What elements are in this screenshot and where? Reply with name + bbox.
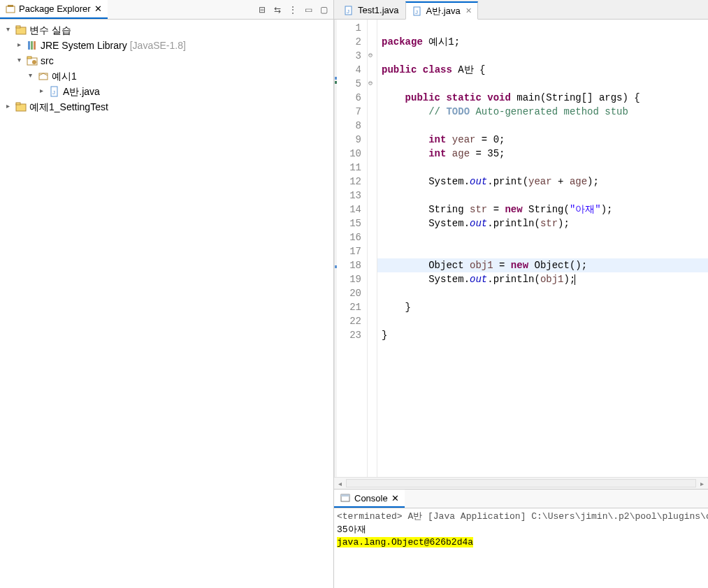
link-editor-icon[interactable]: ⇆ [272, 4, 283, 15]
twisty-right-icon[interactable]: ▸ [14, 37, 24, 52]
package-label: 예시1 [52, 68, 77, 84]
project-node[interactable]: ▸ 예제1_SettingTest [0, 99, 333, 115]
svg-rect-1 [8, 5, 13, 7]
fold-gutter[interactable]: ⊖ ⊖ [368, 20, 377, 477]
library-icon [27, 40, 38, 51]
src-label: src [41, 53, 54, 68]
package-node[interactable]: ▾ 예시1 [0, 68, 333, 84]
scroll-track[interactable] [346, 479, 696, 487]
console-body[interactable]: <terminated> A반 [Java Application] C:\Us… [334, 508, 708, 588]
svg-rect-6 [34, 41, 36, 50]
view-menu-icon[interactable]: ⋮ [287, 4, 298, 15]
src-node[interactable]: ▾ src [0, 53, 333, 68]
collapse-all-icon[interactable]: ⊟ [257, 4, 268, 15]
editor-area: J Test1.java J A반.java ✕ 1 2 3 4 5 6 7 8… [334, 0, 708, 489]
java-file-icon: J [343, 5, 354, 16]
horizontal-scrollbar[interactable]: ◂ ▸ [334, 477, 708, 489]
java-file-label: A반.java [63, 84, 100, 99]
console-line: 35아재 [337, 524, 705, 536]
right-panel: J Test1.java J A반.java ✕ 1 2 3 4 5 6 7 8… [334, 0, 708, 588]
package-explorer-panel: Package Explorer ✕ ⊟ ⇆ ⋮ ▭ ▢ ▾ 변수 실습 ▸ J… [0, 0, 334, 588]
svg-rect-20 [341, 494, 349, 497]
svg-rect-5 [31, 41, 33, 50]
project-tree[interactable]: ▾ 변수 실습 ▸ JRE System Library [JavaSE-1.8… [0, 20, 333, 117]
scroll-left-icon[interactable]: ◂ [334, 480, 346, 487]
editor-tab-label: Test1.java [358, 5, 399, 15]
java-project-icon [15, 24, 27, 36]
close-icon[interactable]: ✕ [391, 493, 399, 504]
console-header: Console ✕ [334, 490, 708, 508]
src-folder-icon [27, 55, 38, 66]
jre-node[interactable]: ▸ JRE System Library [JavaSE-1.8] [0, 38, 333, 53]
project-label: 예제1_SettingTest [29, 99, 108, 115]
java-file-icon: J [412, 6, 423, 17]
editor-tab-label: A반.java [426, 5, 461, 17]
editor-tab-active[interactable]: J A반.java ✕ [405, 1, 478, 20]
minimize-icon[interactable]: ▭ [303, 4, 314, 15]
project-node[interactable]: ▾ 변수 실습 [0, 22, 333, 38]
twisty-down-icon[interactable]: ▾ [14, 52, 24, 68]
code-editor[interactable]: 1 2 3 4 5 6 7 8 9 10 11 12 13 14 15 16 1… [334, 20, 708, 477]
svg-rect-14 [16, 103, 20, 105]
package-explorer-toolbar: ⊟ ⇆ ⋮ ▭ ▢ [257, 4, 333, 15]
console-icon [340, 492, 351, 504]
svg-rect-4 [28, 41, 30, 50]
line-number-gutter: 1 2 3 4 5 6 7 8 9 10 11 12 13 14 15 16 1… [337, 20, 368, 477]
java-file-icon: J [49, 86, 60, 97]
svg-rect-8 [27, 57, 31, 59]
svg-point-9 [32, 60, 36, 64]
svg-rect-3 [16, 26, 20, 28]
console-tab[interactable]: Console ✕ [334, 490, 405, 508]
close-icon[interactable]: ✕ [465, 6, 472, 15]
twisty-down-icon[interactable]: ▾ [25, 68, 35, 83]
twisty-down-icon[interactable]: ▾ [3, 22, 13, 37]
editor-tab[interactable]: J Test1.java [337, 1, 405, 19]
maximize-icon[interactable]: ▢ [318, 4, 329, 15]
project-label: 변수 실습 [29, 22, 71, 38]
svg-rect-0 [6, 6, 15, 13]
console-status: <terminated> A반 [Java Application] C:\Us… [334, 508, 708, 524]
package-explorer-header: Package Explorer ✕ ⊟ ⇆ ⋮ ▭ ▢ [0, 0, 333, 20]
java-file-node[interactable]: ▸ J A반.java [0, 84, 333, 99]
package-explorer-title: Package Explorer [19, 3, 91, 14]
jre-label: JRE System Library [41, 38, 127, 53]
console-panel: Console ✕ <terminated> A반 [Java Applicat… [334, 489, 708, 588]
editor-tabbar: J Test1.java J A반.java ✕ [334, 0, 708, 20]
twisty-right-icon[interactable]: ▸ [36, 83, 46, 98]
close-icon[interactable]: ✕ [94, 3, 102, 14]
java-project-icon [15, 101, 27, 112]
svg-rect-10 [39, 73, 48, 80]
jre-version: [JavaSE-1.8] [130, 38, 186, 53]
scroll-right-icon[interactable]: ▸ [696, 480, 708, 487]
package-explorer-icon [6, 4, 15, 14]
package-explorer-tab[interactable]: Package Explorer ✕ [0, 0, 108, 19]
package-icon [38, 71, 49, 82]
console-line-highlight: java.lang.Object@626b2d4a [337, 536, 705, 549]
svg-text:J: J [347, 8, 349, 15]
svg-text:J: J [52, 89, 55, 96]
svg-text:J: J [415, 9, 418, 15]
twisty-right-icon[interactable]: ▸ [3, 98, 13, 114]
code-body[interactable]: package 예시1; public class A반 { public st… [377, 20, 708, 477]
console-output: 35아재 java.lang.Object@626b2d4a [334, 524, 708, 549]
console-title: Console [354, 493, 388, 504]
